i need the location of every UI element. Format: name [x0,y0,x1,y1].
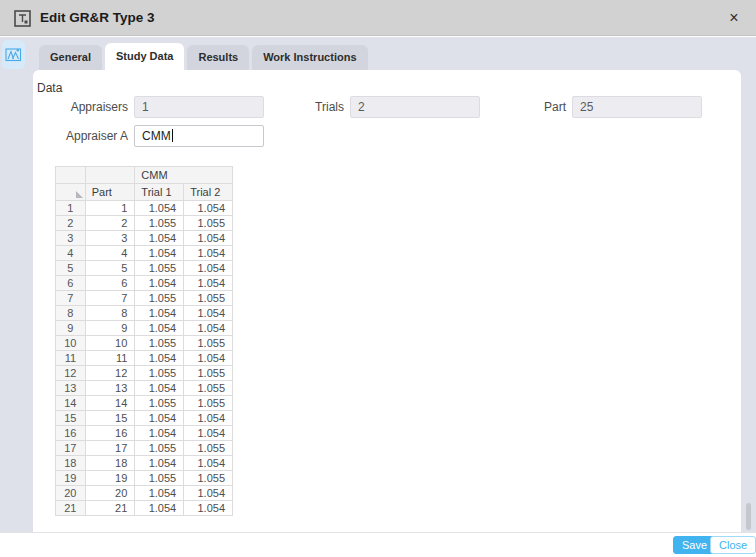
trial-cell[interactable]: 1.054 [135,501,184,516]
table-row: 15151.0541.054 [56,411,233,426]
data-section-label: Data [37,81,62,95]
trial-cell[interactable]: 1.054 [135,201,184,216]
tab-general[interactable]: General [39,45,102,70]
trial-cell[interactable]: 1.054 [184,246,233,261]
part-cell[interactable]: 2 [85,216,135,231]
part-cell[interactable]: 18 [85,456,135,471]
trial-cell[interactable]: 1.054 [135,276,184,291]
row-number: 6 [56,276,86,291]
corner-spacer [56,167,86,184]
trial-cell[interactable]: 1.054 [184,201,233,216]
part-cell[interactable]: 21 [85,501,135,516]
trial-cell[interactable]: 1.054 [135,246,184,261]
trial-cell[interactable]: 1.055 [135,441,184,456]
part-cell[interactable]: 11 [85,351,135,366]
part-cell[interactable]: 14 [85,396,135,411]
study-data-grid: CMM Part Trial 1 Trial 2 111.0541.054221… [55,166,233,528]
content-panel: Data Appraisers 1 Trials 2 Part 25 Appra… [33,70,741,532]
row-number: 21 [56,501,86,516]
close-icon[interactable]: × [725,0,743,35]
part-cell[interactable]: 20 [85,486,135,501]
trial-cell[interactable]: 1.054 [135,351,184,366]
tab-work-instructions[interactable]: Work Instructions [252,45,367,70]
part-cell[interactable]: 6 [85,276,135,291]
table-row: 221.0551.055 [56,216,233,231]
part-cell[interactable]: 8 [85,306,135,321]
trial-cell[interactable]: 1.054 [184,411,233,426]
appraiser-a-field[interactable]: CMM [134,125,264,147]
part-cell[interactable]: 7 [85,291,135,306]
trial-cell[interactable]: 1.055 [135,291,184,306]
trial-cell[interactable]: 1.055 [184,366,233,381]
trial-cell[interactable]: 1.055 [184,291,233,306]
part-cell[interactable]: 5 [85,261,135,276]
side-panel-toggle[interactable] [2,40,25,69]
part-cell[interactable]: 13 [85,381,135,396]
text-caret [172,129,173,142]
part-cell[interactable]: 19 [85,471,135,486]
trial-cell[interactable]: 1.054 [184,456,233,471]
trial-cell[interactable]: 1.055 [135,216,184,231]
table-row: 12121.0551.055 [56,366,233,381]
trial-cell[interactable]: 1.054 [184,486,233,501]
trial-cell[interactable]: 1.054 [135,411,184,426]
part-cell[interactable]: 17 [85,441,135,456]
trial-cell[interactable]: 1.054 [184,501,233,516]
row-number: 11 [56,351,86,366]
trial-cell[interactable]: 1.054 [135,321,184,336]
trial-cell[interactable]: 1.054 [184,351,233,366]
trials-field[interactable]: 2 [350,96,480,118]
trial-cell[interactable]: 1.054 [184,261,233,276]
close-button[interactable]: Close [710,536,756,554]
trial-cell[interactable]: 1.055 [184,441,233,456]
tab-study-data[interactable]: Study Data [105,43,184,70]
tab-results[interactable]: Results [187,45,249,70]
trial-cell[interactable]: 1.054 [184,426,233,441]
trial-cell[interactable]: 1.054 [135,426,184,441]
trial-cell[interactable]: 1.054 [135,381,184,396]
part-cell[interactable]: 15 [85,411,135,426]
trial-cell[interactable]: 1.054 [135,306,184,321]
part-cell[interactable]: 1 [85,201,135,216]
appraisers-field[interactable]: 1 [134,96,264,118]
trial-cell[interactable]: 1.054 [184,231,233,246]
table-row: 19191.0551.055 [56,471,233,486]
part-cell[interactable]: 3 [85,231,135,246]
vertical-scrollbar-thumb[interactable] [746,503,751,530]
part-value: 25 [580,100,593,114]
table-row: 551.0551.054 [56,261,233,276]
part-cell[interactable]: 4 [85,246,135,261]
trial-cell[interactable]: 1.055 [184,381,233,396]
corner-triangle-icon [76,191,83,198]
table-row: 881.0541.054 [56,306,233,321]
trial-cell[interactable]: 1.055 [135,396,184,411]
trial-cell[interactable]: 1.054 [135,456,184,471]
part-cell[interactable]: 10 [85,336,135,351]
part-cell[interactable]: 9 [85,321,135,336]
row-number: 20 [56,486,86,501]
trial-cell[interactable]: 1.054 [135,486,184,501]
part-label: Part [516,96,566,118]
trial-cell[interactable]: 1.055 [135,336,184,351]
trial-cell[interactable]: 1.055 [184,216,233,231]
trial-cell[interactable]: 1.054 [184,321,233,336]
trial-cell[interactable]: 1.054 [184,276,233,291]
trial-cell[interactable]: 1.054 [135,231,184,246]
spc-chart-icon [5,47,22,62]
column-header-row: Part Trial 1 Trial 2 [56,184,233,201]
trial-cell[interactable]: 1.055 [135,366,184,381]
trial-cell[interactable]: 1.055 [135,261,184,276]
trial-cell[interactable]: 1.054 [184,306,233,321]
trial-cell[interactable]: 1.055 [184,471,233,486]
table-row: 111.0541.054 [56,201,233,216]
part-cell[interactable]: 12 [85,366,135,381]
part-field[interactable]: 25 [572,96,702,118]
part-cell[interactable]: 16 [85,426,135,441]
trial-cell[interactable]: 1.055 [184,396,233,411]
trial-cell[interactable]: 1.055 [184,336,233,351]
appraiser-group-header: CMM [135,167,233,184]
table-row: 17171.0551.055 [56,441,233,456]
trial-cell[interactable]: 1.055 [135,471,184,486]
row-number: 17 [56,441,86,456]
select-all-corner[interactable] [56,184,86,201]
